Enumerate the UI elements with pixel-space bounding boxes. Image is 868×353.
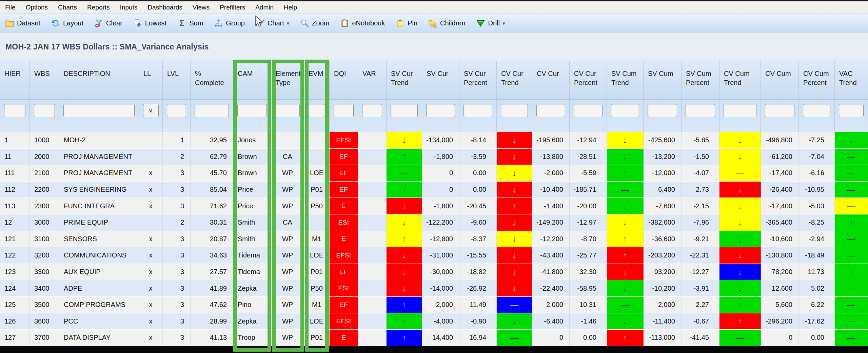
cell-dqi[interactable]: EF [330, 165, 358, 181]
cell-sv_cum[interactable]: -7,600 [644, 198, 682, 214]
cell-sv_cur[interactable]: -122,200 [422, 214, 459, 231]
cell-cam[interactable]: Smith [233, 214, 271, 231]
column-header-vac_trend[interactable]: VAC Trend [835, 61, 868, 99]
cell-etype[interactable]: WP [271, 182, 304, 198]
cell-dqi[interactable]: ESI [330, 214, 358, 231]
cell-cv_cum[interactable]: -61,200 [761, 149, 799, 165]
cell-cv_cur_trend[interactable]: ↑ [497, 198, 532, 214]
filter-input-evm[interactable] [308, 104, 325, 117]
filter-input-lvl[interactable] [167, 104, 186, 117]
cell-cv_cum_trend[interactable]: ↑ [719, 297, 761, 313]
column-header-var[interactable]: VAR [358, 61, 387, 99]
cell-sv_cur[interactable]: -1,800 [422, 198, 459, 214]
menu-item-file[interactable]: File [0, 4, 21, 11]
cell-cam[interactable]: Zepka [233, 280, 271, 296]
cell-desc[interactable]: DATA DISPLAY [59, 330, 139, 346]
filter-input-wbs[interactable] [34, 104, 55, 117]
cell-cv_cum[interactable]: 78,200 [761, 264, 799, 280]
cell-sv_cum_trend[interactable]: — [607, 182, 644, 198]
cell-wbs[interactable]: 3000 [30, 214, 59, 231]
cell-sv_cum[interactable]: 6,400 [644, 182, 682, 198]
cell-vac_trend[interactable]: — [835, 330, 868, 346]
cell-cam[interactable]: Smith [233, 231, 271, 247]
cell-cv_cum_pct[interactable]: -5.03 [799, 198, 835, 214]
cell-var[interactable] [358, 264, 387, 280]
cell-sv_cur_trend[interactable]: ↑ [387, 231, 422, 247]
cell-wbs[interactable]: 2300 [30, 198, 59, 214]
cell-cv_cur_pct[interactable]: -28.51 [570, 149, 607, 165]
cell-ll[interactable]: x [139, 264, 163, 280]
cell-lvl[interactable]: 2 [163, 149, 191, 165]
cell-dqi[interactable]: EFSI [330, 313, 358, 330]
cell-sv_cum_trend[interactable]: ↓ [607, 198, 644, 214]
column-header-wbs[interactable]: WBS [30, 61, 59, 99]
cell-sv_cum_pct[interactable]: -22.31 [682, 247, 719, 264]
cell-cv_cum[interactable]: -26,400 [761, 182, 799, 198]
cell-evm[interactable]: P01 [304, 264, 330, 280]
cell-var[interactable] [358, 149, 387, 165]
cell-vac_trend[interactable]: — [835, 313, 868, 330]
filter-input-sv_cum[interactable] [648, 104, 677, 117]
filter-dropdown-ll[interactable]: ∨ [143, 104, 159, 117]
cell-evm[interactable] [304, 214, 330, 231]
cell-sv_cur[interactable]: -30,000 [422, 264, 459, 280]
cell-cv_cum[interactable]: -496,800 [761, 132, 799, 148]
cell-var[interactable] [358, 280, 387, 296]
column-header-sv_cur[interactable]: SV Cur [422, 61, 459, 99]
cell-var[interactable] [358, 297, 387, 313]
cell-vac_trend[interactable]: — [835, 165, 868, 181]
cell-desc[interactable]: PRIME EQUIP [59, 214, 139, 231]
filter-input-dqi[interactable] [334, 104, 354, 117]
table-row-3200[interactable]: 1223200COMMUNICATIONSx334.63TidemaWPLOEE… [0, 247, 868, 264]
cell-var[interactable] [358, 165, 387, 181]
cell-wbs[interactable]: 1000 [30, 132, 59, 148]
toolbar-button-sum[interactable]: ΣSum [177, 19, 203, 28]
cell-sv_cum_pct[interactable]: -1.50 [682, 149, 719, 165]
cell-sv_cur[interactable]: 14,400 [422, 330, 459, 346]
cell-wbs[interactable]: 3500 [30, 297, 59, 313]
cell-vac_trend[interactable]: — [835, 280, 868, 296]
cell-sv_cur[interactable]: -134,000 [422, 132, 459, 148]
filter-input-hier[interactable] [4, 104, 25, 117]
cell-cv_cur_pct[interactable]: -8.70 [570, 231, 607, 247]
toolbar-button-children[interactable]: Children [428, 19, 465, 28]
cell-ll[interactable]: x [139, 313, 163, 330]
column-header-cv_cum_trend[interactable]: CV Cum Trend [719, 61, 761, 99]
cell-evm[interactable]: LOE [304, 247, 330, 264]
cell-cam[interactable]: Zepka [233, 313, 271, 330]
cell-cv_cur_pct[interactable]: -1.46 [570, 313, 607, 330]
filter-input-cv_cur[interactable] [536, 104, 565, 117]
column-header-cv_cur_pct[interactable]: CV Cur Percent [570, 61, 607, 99]
column-header-cam[interactable]: CAM [233, 61, 271, 99]
cell-cv_cum_pct[interactable]: -17.62 [799, 313, 835, 330]
column-header-sv_cum_trend[interactable]: SV Cum Trend [607, 61, 644, 99]
cell-evm[interactable]: M1 [304, 297, 330, 313]
cell-cv_cum_pct[interactable]: -8.25 [799, 214, 835, 231]
cell-dqi[interactable]: ESI [330, 280, 358, 296]
cell-desc[interactable]: PROJ MANAGEMENT [59, 165, 139, 181]
cell-cv_cum_pct[interactable]: 5.02 [799, 280, 835, 296]
table-row-3600[interactable]: 1263600PCCx328.99ZepkaWPLOEEFSI↑-4,000-0… [0, 313, 868, 330]
cell-vac_trend[interactable]: ↓ [835, 264, 868, 280]
cell-vac_trend[interactable]: — [835, 247, 868, 264]
cell-cv_cur_trend[interactable]: ↓ [497, 149, 532, 165]
cell-sv_cum_pct[interactable]: 2.27 [682, 297, 719, 313]
cell-var[interactable] [358, 182, 387, 198]
cell-cam[interactable]: Tidema [233, 247, 271, 264]
filter-input-var[interactable] [362, 104, 382, 117]
cell-sv_cur_pct[interactable]: -26.92 [459, 280, 497, 296]
cell-wbs[interactable]: 2100 [30, 165, 59, 181]
table-row-2100[interactable]: 1112100PROJ MANAGEMENTx345.70BrownWPLOEE… [0, 165, 868, 182]
cell-ll[interactable]: x [139, 247, 163, 264]
cell-sv_cur_pct[interactable]: -18.82 [459, 264, 497, 280]
column-header-evm[interactable]: EVM [304, 61, 330, 99]
column-header-desc[interactable]: DESCRIPTION [59, 61, 139, 99]
cell-ll[interactable]: x [139, 231, 163, 247]
cell-dqi[interactable]: E [330, 198, 358, 214]
menu-item-reports[interactable]: Reports [82, 4, 115, 11]
cell-sv_cur[interactable]: 0 [422, 165, 459, 181]
cell-etype[interactable]: WP [271, 165, 304, 181]
cell-desc[interactable]: PROJ MANAGEMENT [59, 149, 139, 165]
cell-lvl[interactable]: 3 [163, 264, 191, 280]
cell-cv_cum[interactable]: -17,400 [761, 198, 799, 214]
